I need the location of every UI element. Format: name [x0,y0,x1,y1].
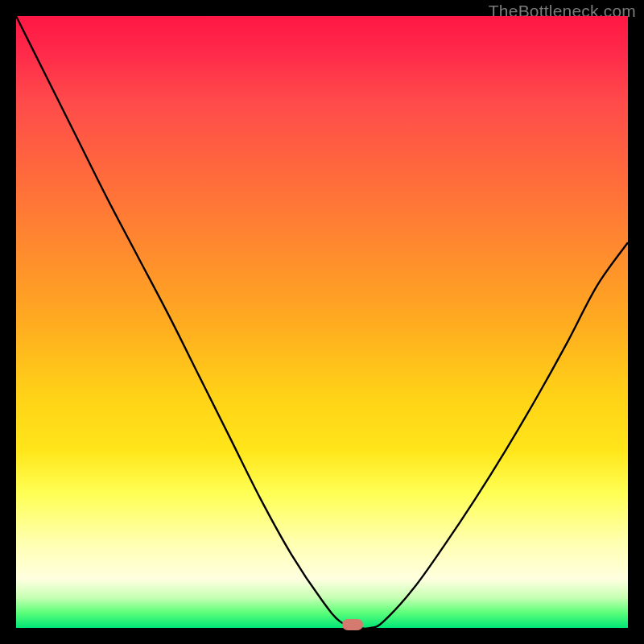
curve-svg [16,16,628,628]
bottleneck-curve [16,16,628,629]
optimal-point-marker [342,619,363,630]
plot-area [16,16,628,628]
chart-frame: TheBottleneck.com [0,0,644,644]
